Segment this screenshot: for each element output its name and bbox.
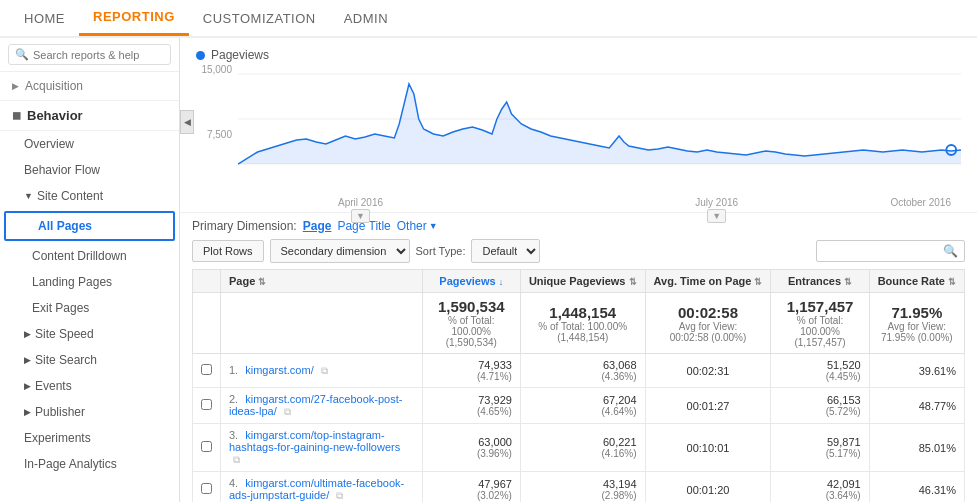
search-icon: 🔍	[15, 48, 29, 61]
entrances-pct: (3.64%)	[779, 490, 860, 501]
th-entrances-label: Entrances	[788, 275, 841, 287]
pageviews-pct: (4.65%)	[431, 406, 512, 417]
total-entrances-total: (1,157,457)	[779, 337, 860, 348]
sidebar-acquisition-label: Acquisition	[25, 79, 83, 93]
chevron-right-icon-search: ▶	[24, 355, 31, 365]
th-avg-time[interactable]: Avg. Time on Page ⇅	[645, 270, 771, 293]
total-bounce-view: 71.95% (0.00%)	[878, 332, 956, 343]
total-unique-pct: % of Total: 100.00%	[529, 321, 637, 332]
bounce-val: 85.01%	[919, 442, 956, 454]
overview-label: Overview	[24, 137, 74, 151]
table-area: Primary Dimension: Page Page Title Other…	[180, 213, 977, 502]
chart-legend: Pageviews	[196, 48, 961, 62]
row-num: 1.	[229, 364, 238, 376]
entrances-pct: (4.45%)	[779, 371, 860, 382]
unique-pct: (2.98%)	[529, 490, 637, 501]
events-label: Events	[35, 379, 72, 393]
pageviews-val: 73,929	[431, 394, 512, 406]
july-dropdown[interactable]: ▼	[707, 209, 726, 223]
landing-pages-label: Landing Pages	[32, 275, 112, 289]
table-search-icon[interactable]: 🔍	[943, 244, 958, 258]
sidebar-item-exit-pages[interactable]: Exit Pages	[0, 295, 179, 321]
pageviews-val: 74,933	[431, 359, 512, 371]
th-page[interactable]: Page ⇅	[221, 270, 423, 293]
sidebar-item-in-page-analytics[interactable]: In-Page Analytics	[0, 451, 179, 477]
exit-pages-label: Exit Pages	[32, 301, 89, 315]
th-pageviews[interactable]: Pageviews ↓	[422, 270, 520, 293]
sidebar-item-events[interactable]: ▶ Events	[0, 373, 179, 399]
sidebar-item-site-search[interactable]: ▶ Site Search	[0, 347, 179, 373]
sidebar-item-experiments[interactable]: Experiments	[0, 425, 179, 451]
th-avg-sort-icon: ⇅	[754, 277, 762, 287]
table-search-input[interactable]	[823, 245, 943, 257]
nav-reporting[interactable]: REPORTING	[79, 0, 189, 36]
x-label-april: April 2016	[338, 197, 383, 208]
sidebar-item-acquisition[interactable]: ▶ Acquisition	[0, 72, 179, 101]
avgtime-val: 00:10:01	[687, 442, 730, 454]
pageviews-val: 47,967	[431, 478, 512, 490]
sidebar-search-input[interactable]	[33, 49, 153, 61]
nav-home[interactable]: HOME	[10, 0, 79, 36]
row-checkbox-1[interactable]	[201, 364, 212, 375]
sidebar-item-overview[interactable]: Overview	[0, 131, 179, 157]
nav-customization[interactable]: CUSTOMIZATION	[189, 0, 330, 36]
chart-dot	[196, 51, 205, 60]
data-table: Page ⇅ Pageviews ↓ Unique Pageviews ⇅	[192, 269, 965, 502]
sidebar-behavior-icon: ◼	[12, 109, 21, 122]
sidebar: 🔍 ▶ Acquisition ◼ Behavior Overview Beha…	[0, 38, 180, 502]
entrances-val: 51,520	[779, 359, 860, 371]
table-search-box: 🔍	[816, 240, 965, 262]
bounce-val: 39.61%	[919, 365, 956, 377]
copy-icon[interactable]: ⧉	[284, 406, 291, 417]
row-num: 2.	[229, 393, 238, 405]
th-pageviews-sort-icon: ↓	[499, 277, 504, 287]
row-checkbox-2[interactable]	[201, 399, 212, 410]
table-row: 4. kimgarst.com/ultimate-facebook-ads-ju…	[193, 472, 965, 503]
th-page-label: Page	[229, 275, 255, 287]
chart-legend-label: Pageviews	[211, 48, 269, 62]
page-link[interactable]: kimgarst.com/top-instagram-hashtags-for-…	[229, 429, 400, 453]
entrances-pct: (5.72%)	[779, 406, 860, 417]
th-pageviews-label: Pageviews	[439, 275, 495, 287]
total-avgtime-label: Avg for View:	[654, 321, 763, 332]
sidebar-item-landing-pages[interactable]: Landing Pages	[0, 269, 179, 295]
in-page-analytics-label: In-Page Analytics	[24, 457, 117, 471]
entrances-val: 66,153	[779, 394, 860, 406]
april-dropdown[interactable]: ▼	[351, 209, 370, 223]
sidebar-item-content-drilldown[interactable]: Content Drilldown	[0, 243, 179, 269]
chart-section: Pageviews 15,000 7,500	[180, 38, 977, 213]
th-bounce-rate[interactable]: Bounce Rate ⇅	[869, 270, 964, 293]
nav-admin[interactable]: ADMIN	[330, 0, 402, 36]
chart-y-axis: 15,000 7,500	[196, 64, 238, 212]
sidebar-item-site-content[interactable]: ▼ Site Content	[0, 183, 179, 209]
copy-icon[interactable]: ⧉	[321, 365, 328, 376]
th-unique-pageviews[interactable]: Unique Pageviews ⇅	[520, 270, 645, 293]
chevron-down-icon: ▼	[24, 191, 33, 201]
pageviews-val: 63,000	[431, 436, 512, 448]
sidebar-item-behavior[interactable]: ◼ Behavior	[0, 101, 179, 131]
sidebar-item-all-pages[interactable]: All Pages	[4, 211, 175, 241]
page-link[interactable]: kimgarst.com/27-facebook-post-ideas-lpa/	[229, 393, 402, 417]
bounce-val: 48.77%	[919, 400, 956, 412]
total-avgtime-num: 00:02:58	[654, 304, 763, 321]
plot-rows-button[interactable]: Plot Rows	[192, 240, 264, 262]
th-page-sort-icon: ⇅	[258, 277, 266, 287]
row-checkbox-3[interactable]	[201, 441, 212, 452]
unique-val: 63,068	[529, 359, 637, 371]
sidebar-item-publisher[interactable]: ▶ Publisher	[0, 399, 179, 425]
unique-pct: (4.16%)	[529, 448, 637, 459]
total-pageviews-pct: % of Total: 100.00%	[431, 315, 512, 337]
secondary-dimension-select[interactable]: Secondary dimension	[270, 239, 410, 263]
publisher-label: Publisher	[35, 405, 85, 419]
unique-val: 60,221	[529, 436, 637, 448]
sidebar-item-site-speed[interactable]: ▶ Site Speed	[0, 321, 179, 347]
copy-icon[interactable]: ⧉	[233, 454, 240, 465]
row-checkbox-4[interactable]	[201, 483, 212, 494]
th-entrances[interactable]: Entrances ⇅	[771, 270, 869, 293]
top-nav: HOME REPORTING CUSTOMIZATION ADMIN	[0, 0, 977, 38]
copy-icon[interactable]: ⧉	[336, 490, 343, 501]
sort-type-select[interactable]: Default	[471, 239, 540, 263]
page-link[interactable]: kimgarst.com/ultimate-facebook-ads-jumps…	[229, 477, 404, 501]
sidebar-item-behavior-flow[interactable]: Behavior Flow	[0, 157, 179, 183]
page-link[interactable]: kimgarst.com/	[245, 364, 313, 376]
